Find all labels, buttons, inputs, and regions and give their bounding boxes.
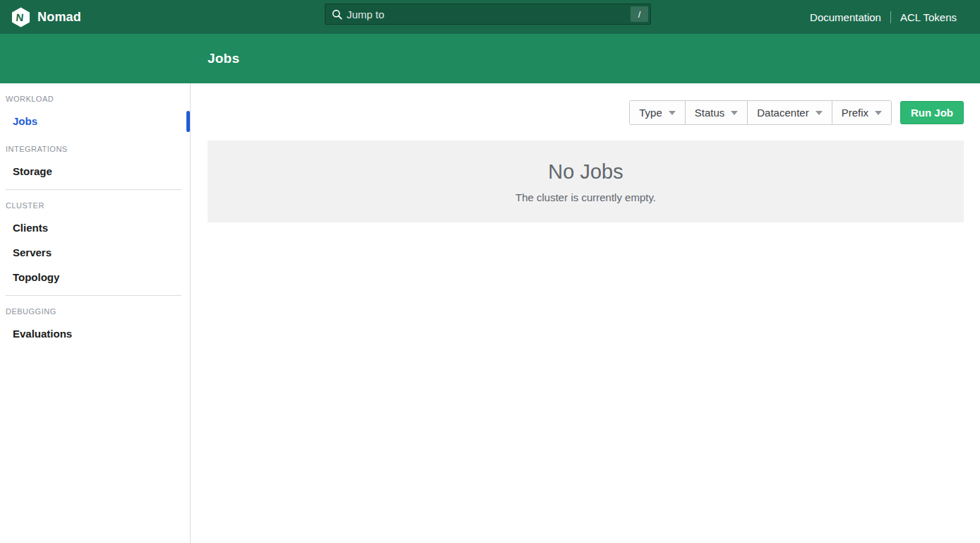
sidebar-divider [6, 189, 181, 190]
chevron-down-icon [731, 111, 738, 115]
sidebar-item-label: Topology [13, 271, 59, 283]
jump-to-search[interactable]: / [325, 4, 651, 25]
sidebar-section-cluster: CLUSTER [6, 201, 190, 210]
empty-state-panel: No Jobs The cluster is currently empty. [208, 141, 964, 222]
nomad-logo-icon: N [11, 7, 30, 28]
dropdown-label: Status [695, 107, 725, 119]
type-filter-dropdown[interactable]: Type [630, 101, 686, 124]
datacenter-filter-dropdown[interactable]: Datacenter [748, 101, 832, 124]
dropdown-label: Prefix [842, 107, 868, 119]
sidebar-item-servers[interactable]: Servers [0, 240, 190, 265]
chevron-down-icon [875, 111, 882, 115]
top-navigation-bar: N Nomad / Documentation ACL Tokens [0, 0, 980, 34]
dropdown-label: Type [639, 107, 662, 119]
main-content: Type Status Datacenter Prefix Run Job [191, 83, 980, 543]
sidebar-item-clients[interactable]: Clients [0, 215, 190, 240]
sidebar-item-storage[interactable]: Storage [0, 159, 190, 184]
run-job-button[interactable]: Run Job [900, 101, 964, 124]
sidebar-item-evaluations[interactable]: Evaluations [0, 321, 190, 346]
sidebar-item-label: Evaluations [13, 328, 72, 340]
sidebar-section-integrations: INTEGRATIONS [6, 145, 190, 153]
dropdown-label: Datacenter [757, 107, 808, 119]
sidebar-navigation: WORKLOAD Jobs INTEGRATIONS Storage CLUST… [0, 83, 191, 543]
empty-state-title: No Jobs [548, 160, 623, 184]
prefix-filter-dropdown[interactable]: Prefix [832, 101, 891, 124]
chevron-down-icon [669, 111, 676, 115]
chevron-down-icon [815, 111, 823, 115]
link-separator [890, 11, 891, 23]
sidebar-item-topology[interactable]: Topology [0, 265, 190, 290]
nomad-home-link[interactable]: N Nomad [0, 7, 81, 28]
svg-text:N: N [16, 11, 25, 23]
documentation-link[interactable]: Documentation [810, 11, 881, 23]
empty-state-message: The cluster is currently empty. [515, 191, 656, 203]
search-input[interactable] [325, 4, 650, 24]
page-title: Jobs [208, 51, 239, 66]
sidebar-item-label: Servers [13, 246, 52, 258]
status-filter-dropdown[interactable]: Status [686, 101, 748, 124]
filter-toolbar: Type Status Datacenter Prefix Run Job [208, 100, 964, 125]
keyboard-shortcut-hint: / [631, 6, 648, 22]
brand-name: Nomad [37, 10, 81, 25]
sidebar-item-label: Storage [13, 165, 52, 177]
acl-tokens-link[interactable]: ACL Tokens [900, 11, 957, 23]
filter-dropdown-group: Type Status Datacenter Prefix [629, 100, 892, 125]
sidebar-item-label: Jobs [13, 115, 37, 127]
sidebar-item-jobs[interactable]: Jobs [0, 109, 190, 133]
page-header-bar: Jobs [0, 34, 980, 83]
sidebar-item-label: Clients [13, 222, 48, 234]
topbar-links: Documentation ACL Tokens [810, 11, 980, 23]
sidebar-divider [6, 295, 181, 296]
sidebar-section-workload: WORKLOAD [6, 95, 190, 103]
sidebar-section-debugging: DEBUGGING [6, 307, 190, 316]
search-icon [332, 9, 342, 23]
active-indicator [186, 111, 190, 132]
